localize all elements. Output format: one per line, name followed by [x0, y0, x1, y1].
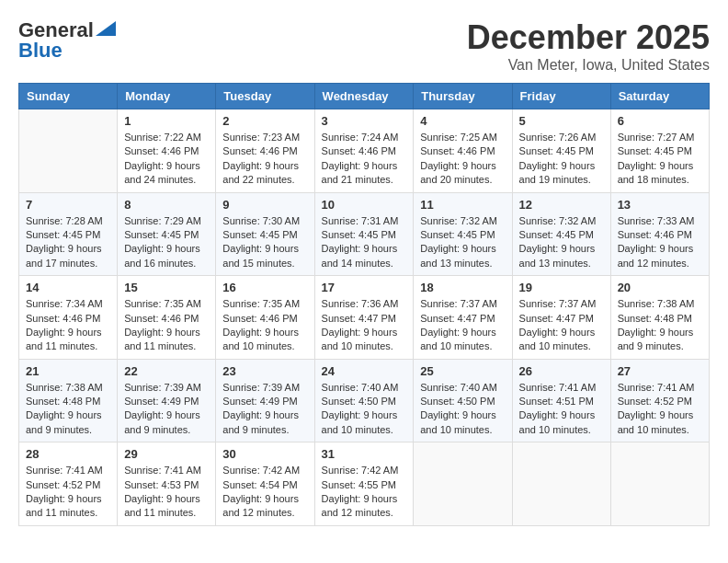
day-info: Sunrise: 7:35 AM Sunset: 4:46 PM Dayligh…: [124, 297, 209, 354]
day-number: 17: [322, 281, 407, 294]
calendar-cell: 1Sunrise: 7:22 AM Sunset: 4:46 PM Daylig…: [118, 109, 216, 193]
logo: General Blue: [18, 18, 116, 63]
day-info: Sunrise: 7:26 AM Sunset: 4:45 PM Dayligh…: [519, 131, 604, 188]
day-number: 28: [26, 447, 110, 461]
calendar-cell: 29Sunrise: 7:41 AM Sunset: 4:53 PM Dayli…: [118, 442, 216, 526]
day-number: 23: [222, 364, 307, 378]
day-info: Sunrise: 7:29 AM Sunset: 4:45 PM Dayligh…: [124, 214, 209, 271]
day-info: Sunrise: 7:24 AM Sunset: 4:46 PM Dayligh…: [322, 131, 407, 188]
day-number: 10: [322, 198, 407, 212]
calendar-cell: 7Sunrise: 7:28 AM Sunset: 4:45 PM Daylig…: [19, 192, 118, 276]
calendar-week-5: 28Sunrise: 7:41 AM Sunset: 4:52 PM Dayli…: [19, 442, 710, 526]
day-info: Sunrise: 7:33 AM Sunset: 4:46 PM Dayligh…: [618, 214, 702, 271]
day-number: 15: [124, 281, 209, 294]
day-number: 12: [519, 198, 604, 212]
day-info: Sunrise: 7:37 AM Sunset: 4:47 PM Dayligh…: [519, 297, 604, 354]
day-number: 7: [26, 198, 110, 212]
svg-marker-0: [96, 21, 116, 36]
day-number: 2: [222, 114, 307, 128]
day-number: 29: [124, 447, 209, 461]
day-info: Sunrise: 7:41 AM Sunset: 4:52 PM Dayligh…: [618, 381, 702, 438]
day-info: Sunrise: 7:30 AM Sunset: 4:45 PM Dayligh…: [222, 214, 307, 271]
calendar-cell: 31Sunrise: 7:42 AM Sunset: 4:55 PM Dayli…: [314, 442, 414, 526]
day-number: 25: [420, 364, 505, 378]
day-info: Sunrise: 7:40 AM Sunset: 4:50 PM Dayligh…: [322, 381, 407, 438]
day-number: 26: [519, 364, 604, 378]
day-info: Sunrise: 7:36 AM Sunset: 4:47 PM Dayligh…: [322, 297, 407, 354]
day-number: 1: [124, 114, 209, 128]
day-number: 30: [222, 447, 307, 461]
logo-blue: Blue: [18, 39, 63, 63]
calendar-cell: 13Sunrise: 7:33 AM Sunset: 4:46 PM Dayli…: [610, 192, 709, 276]
day-number: 24: [322, 364, 407, 378]
calendar-cell: 30Sunrise: 7:42 AM Sunset: 4:54 PM Dayli…: [216, 442, 314, 526]
day-info: Sunrise: 7:41 AM Sunset: 4:53 PM Dayligh…: [124, 464, 209, 521]
calendar-cell: [19, 109, 118, 193]
weekday-header-tuesday: Tuesday: [216, 84, 314, 109]
day-number: 14: [26, 281, 110, 294]
calendar-cell: 9Sunrise: 7:30 AM Sunset: 4:45 PM Daylig…: [216, 192, 314, 276]
day-info: Sunrise: 7:34 AM Sunset: 4:46 PM Dayligh…: [26, 297, 110, 354]
day-info: Sunrise: 7:42 AM Sunset: 4:54 PM Dayligh…: [222, 464, 307, 521]
calendar-cell: 6Sunrise: 7:27 AM Sunset: 4:45 PM Daylig…: [610, 109, 709, 193]
calendar-table: SundayMondayTuesdayWednesdayThursdayFrid…: [18, 83, 710, 526]
day-info: Sunrise: 7:39 AM Sunset: 4:49 PM Dayligh…: [222, 381, 307, 438]
weekday-header-sunday: Sunday: [19, 84, 118, 109]
day-number: 21: [26, 364, 110, 378]
day-info: Sunrise: 7:22 AM Sunset: 4:46 PM Dayligh…: [124, 131, 209, 188]
day-number: 4: [420, 114, 505, 128]
calendar-cell: 16Sunrise: 7:35 AM Sunset: 4:46 PM Dayli…: [216, 276, 314, 360]
day-info: Sunrise: 7:32 AM Sunset: 4:45 PM Dayligh…: [420, 214, 505, 271]
day-number: 8: [124, 198, 209, 212]
calendar-week-1: 1Sunrise: 7:22 AM Sunset: 4:46 PM Daylig…: [19, 109, 710, 193]
day-info: Sunrise: 7:40 AM Sunset: 4:50 PM Dayligh…: [420, 381, 505, 438]
day-number: 3: [322, 114, 407, 128]
calendar-week-3: 14Sunrise: 7:34 AM Sunset: 4:46 PM Dayli…: [19, 276, 710, 360]
logo-icon: [96, 21, 116, 36]
calendar-cell: 25Sunrise: 7:40 AM Sunset: 4:50 PM Dayli…: [414, 359, 512, 442]
calendar-cell: 15Sunrise: 7:35 AM Sunset: 4:46 PM Dayli…: [118, 276, 216, 360]
day-info: Sunrise: 7:32 AM Sunset: 4:45 PM Dayligh…: [519, 214, 604, 271]
calendar-week-2: 7Sunrise: 7:28 AM Sunset: 4:45 PM Daylig…: [19, 192, 710, 276]
day-info: Sunrise: 7:23 AM Sunset: 4:46 PM Dayligh…: [222, 131, 307, 188]
day-number: 20: [618, 281, 702, 294]
month-title: December 2025: [467, 18, 710, 57]
calendar-cell: 23Sunrise: 7:39 AM Sunset: 4:49 PM Dayli…: [216, 359, 314, 442]
calendar-cell: 3Sunrise: 7:24 AM Sunset: 4:46 PM Daylig…: [314, 109, 414, 193]
day-info: Sunrise: 7:38 AM Sunset: 4:48 PM Dayligh…: [618, 297, 702, 354]
day-number: 5: [519, 114, 604, 128]
calendar-cell: 24Sunrise: 7:40 AM Sunset: 4:50 PM Dayli…: [314, 359, 414, 442]
weekday-header-row: SundayMondayTuesdayWednesdayThursdayFrid…: [19, 84, 710, 109]
weekday-header-wednesday: Wednesday: [314, 84, 414, 109]
calendar-cell: 4Sunrise: 7:25 AM Sunset: 4:46 PM Daylig…: [414, 109, 512, 193]
day-info: Sunrise: 7:41 AM Sunset: 4:52 PM Dayligh…: [26, 464, 110, 521]
day-info: Sunrise: 7:42 AM Sunset: 4:55 PM Dayligh…: [322, 464, 407, 521]
calendar-cell: 28Sunrise: 7:41 AM Sunset: 4:52 PM Dayli…: [19, 442, 118, 526]
calendar-cell: [512, 442, 610, 526]
day-info: Sunrise: 7:25 AM Sunset: 4:46 PM Dayligh…: [420, 131, 505, 188]
day-info: Sunrise: 7:41 AM Sunset: 4:51 PM Dayligh…: [519, 381, 604, 438]
weekday-header-friday: Friday: [512, 84, 610, 109]
calendar-cell: 19Sunrise: 7:37 AM Sunset: 4:47 PM Dayli…: [512, 276, 610, 360]
weekday-header-saturday: Saturday: [610, 84, 709, 109]
calendar-cell: 11Sunrise: 7:32 AM Sunset: 4:45 PM Dayli…: [414, 192, 512, 276]
day-number: 31: [322, 447, 407, 461]
calendar-cell: 26Sunrise: 7:41 AM Sunset: 4:51 PM Dayli…: [512, 359, 610, 442]
day-number: 16: [222, 281, 307, 294]
day-number: 13: [618, 198, 702, 212]
day-number: 19: [519, 281, 604, 294]
location-title: Van Meter, Iowa, United States: [467, 57, 710, 74]
weekday-header-thursday: Thursday: [414, 84, 512, 109]
day-number: 18: [420, 281, 505, 294]
day-info: Sunrise: 7:38 AM Sunset: 4:48 PM Dayligh…: [26, 381, 110, 438]
calendar-cell: 5Sunrise: 7:26 AM Sunset: 4:45 PM Daylig…: [512, 109, 610, 193]
calendar-cell: 10Sunrise: 7:31 AM Sunset: 4:45 PM Dayli…: [314, 192, 414, 276]
calendar-cell: 20Sunrise: 7:38 AM Sunset: 4:48 PM Dayli…: [610, 276, 709, 360]
day-number: 9: [222, 198, 307, 212]
page-header: General Blue December 2025 Van Meter, Io…: [18, 18, 710, 74]
calendar-cell: 21Sunrise: 7:38 AM Sunset: 4:48 PM Dayli…: [19, 359, 118, 442]
day-number: 27: [618, 364, 702, 378]
day-info: Sunrise: 7:28 AM Sunset: 4:45 PM Dayligh…: [26, 214, 110, 271]
day-info: Sunrise: 7:27 AM Sunset: 4:45 PM Dayligh…: [618, 131, 702, 188]
calendar-cell: 8Sunrise: 7:29 AM Sunset: 4:45 PM Daylig…: [118, 192, 216, 276]
